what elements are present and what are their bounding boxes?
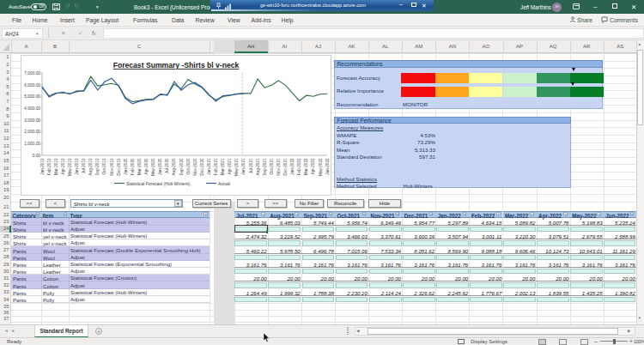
svg-text:Jun-2020: Jun-2020 bbox=[158, 158, 162, 175]
svg-text:Dec-2021: Dec-2021 bbox=[283, 158, 288, 175]
svg-text:Mar-2019: Mar-2019 bbox=[54, 158, 58, 175]
svg-text:Feb-2019: Feb-2019 bbox=[47, 158, 52, 175]
svg-text:Jan-2021: Jan-2021 bbox=[207, 158, 211, 175]
svg-text:6,000.00: 6,000.00 bbox=[24, 83, 40, 88]
svg-text:Statistical Forecast (Holt-Win: Statistical Forecast (Holt-Winters) bbox=[126, 181, 191, 186]
svg-text:Jul-2020: Jul-2020 bbox=[165, 158, 169, 173]
svg-text:4,000.00: 4,000.00 bbox=[24, 106, 40, 111]
svg-text:Sep-2020: Sep-2020 bbox=[179, 158, 184, 175]
svg-text:Dec-2020: Dec-2020 bbox=[200, 158, 204, 175]
svg-text:Forecast Summary -Shirts bl v-: Forecast Summary -Shirts bl v-neck bbox=[113, 61, 240, 70]
svg-text:Jul-2021: Jul-2021 bbox=[249, 158, 253, 173]
svg-text:Jan-2019: Jan-2019 bbox=[40, 158, 45, 175]
svg-text:Apr-2020: Apr-2020 bbox=[144, 158, 149, 174]
svg-text:Mar-2022: Mar-2022 bbox=[304, 158, 308, 175]
svg-text:May-2019: May-2019 bbox=[68, 158, 72, 176]
svg-text:Jan-2020: Jan-2020 bbox=[124, 158, 128, 175]
svg-text:Jun-2019: Jun-2019 bbox=[75, 158, 79, 175]
svg-text:Feb-2020: Feb-2020 bbox=[131, 158, 135, 175]
svg-text:Actual: Actual bbox=[218, 181, 230, 186]
svg-text:1,000.00: 1,000.00 bbox=[24, 142, 40, 146]
svg-text:Jan-2022: Jan-2022 bbox=[290, 158, 295, 175]
svg-text:2,000.00: 2,000.00 bbox=[24, 130, 40, 134]
svg-text:Jul-2019: Jul-2019 bbox=[82, 158, 86, 173]
svg-text:Apr-2022: Apr-2022 bbox=[311, 158, 315, 174]
svg-text:Feb-2022: Feb-2022 bbox=[297, 158, 301, 175]
svg-text:Dec-2019: Dec-2019 bbox=[117, 158, 121, 175]
svg-text:Sep-2019: Sep-2019 bbox=[95, 158, 100, 175]
svg-text:7,000.00: 7,000.00 bbox=[24, 71, 40, 76]
svg-text:May-2022: May-2022 bbox=[319, 158, 323, 176]
svg-text:Aug-2020: Aug-2020 bbox=[172, 158, 176, 175]
svg-text:Oct-2019: Oct-2019 bbox=[102, 158, 106, 174]
svg-text:Aug-2019: Aug-2019 bbox=[88, 158, 93, 175]
svg-text:Mar-2021: Mar-2021 bbox=[221, 158, 225, 175]
svg-text:Apr-2019: Apr-2019 bbox=[61, 158, 65, 174]
svg-text:Nov-2019: Nov-2019 bbox=[110, 158, 114, 175]
svg-text:May-2021: May-2021 bbox=[234, 158, 239, 176]
svg-text:Feb-2021: Feb-2021 bbox=[214, 158, 218, 175]
svg-text:Oct-2021: Oct-2021 bbox=[270, 158, 274, 174]
svg-text:Aug-2021: Aug-2021 bbox=[256, 158, 260, 175]
svg-text:3,000.00: 3,000.00 bbox=[24, 118, 40, 123]
svg-text:Mar-2020: Mar-2020 bbox=[137, 158, 142, 175]
svg-text:Apr-2021: Apr-2021 bbox=[228, 158, 232, 174]
svg-text:Jun-2021: Jun-2021 bbox=[241, 158, 246, 175]
svg-text:5,000.00: 5,000.00 bbox=[24, 94, 40, 99]
svg-text:Nov-2020: Nov-2020 bbox=[193, 158, 197, 175]
svg-text:Nov-2021: Nov-2021 bbox=[276, 158, 281, 175]
svg-text:May-2020: May-2020 bbox=[151, 158, 155, 176]
svg-text:Oct-2020: Oct-2020 bbox=[186, 158, 191, 174]
svg-text:0.00: 0.00 bbox=[33, 154, 41, 158]
svg-text:Jun-2022: Jun-2022 bbox=[325, 158, 330, 175]
svg-text:Sep-2021: Sep-2021 bbox=[263, 158, 267, 175]
